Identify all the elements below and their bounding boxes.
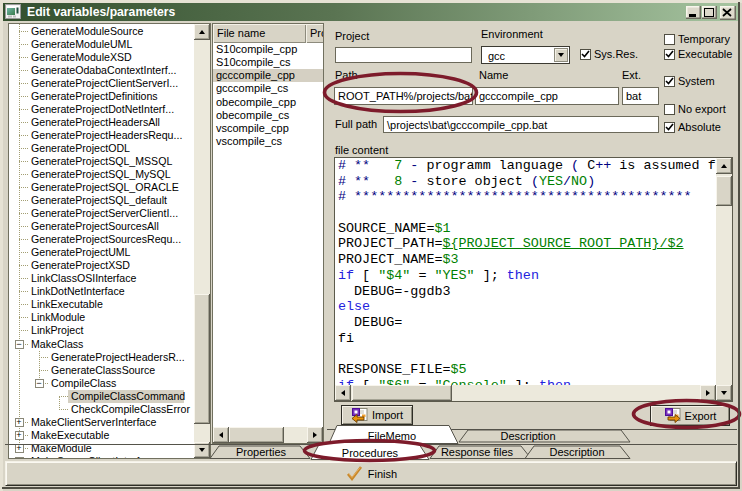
svg-text:Procedures: Procedures bbox=[342, 447, 399, 459]
svg-text:Description: Description bbox=[549, 446, 604, 458]
svg-text:Response files: Response files bbox=[441, 446, 514, 458]
svg-text:Properties: Properties bbox=[236, 446, 287, 458]
